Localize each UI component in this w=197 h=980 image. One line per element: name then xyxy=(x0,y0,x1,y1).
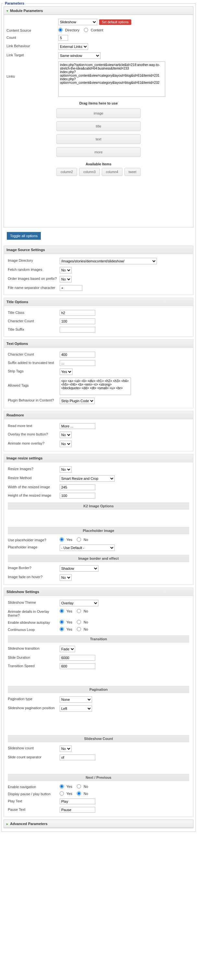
placeholder-image-header: Placeholder image xyxy=(8,527,189,534)
drag-area: Drag items here to use image title text … xyxy=(6,98,191,179)
title-char-input[interactable] xyxy=(59,318,95,324)
image-source-settings-header[interactable]: Image Source Settings xyxy=(4,246,193,254)
expand-icon: ▸ xyxy=(6,822,8,826)
slideshow-count-header: Slideshow Count xyxy=(8,735,189,742)
advanced-parameters-panel: ▸ Advanced Parameters xyxy=(3,819,194,828)
pp-no-radio[interactable] xyxy=(77,791,81,795)
allowed-tags-textarea[interactable]: <p> <a> <ul> <li> <div> <h1> <h2> <h3> <… xyxy=(59,377,131,395)
link-behaviour-label: Link Behaviour xyxy=(6,43,58,48)
readmore-panel: Readmore Read more text Overlay the more… xyxy=(3,411,194,451)
parameters-fieldset: Parameters ▾ Module Parameters Slideshow… xyxy=(1,1,196,832)
strip-tags-select[interactable]: Yes xyxy=(59,369,72,375)
fetch-random-select[interactable]: No xyxy=(59,267,72,274)
loop-yes-radio[interactable] xyxy=(59,627,64,631)
link-target-select[interactable]: Same window xyxy=(58,52,101,59)
filename-sep-input[interactable] xyxy=(59,285,82,291)
drag-title: Drag items here to use xyxy=(10,101,187,105)
title-options-header[interactable]: Title Options xyxy=(4,298,193,306)
next-prev-header: Next / Previous xyxy=(8,774,189,781)
set-default-options-button[interactable]: Set default options xyxy=(99,19,131,25)
link-behaviour-select[interactable]: External Links xyxy=(58,43,88,50)
image-directory-select[interactable]: /images/stories/democontent/slideshow/ xyxy=(59,258,157,264)
play-text-input[interactable] xyxy=(59,799,95,804)
transition-speed-input[interactable] xyxy=(59,663,95,669)
slideshow-count-select[interactable]: No xyxy=(59,745,72,752)
link-target-label: Link Target xyxy=(6,52,58,57)
image-border-select[interactable]: Shadow xyxy=(59,565,98,572)
text-options-header[interactable]: Text Options xyxy=(4,340,193,348)
slideshow-settings-header[interactable]: Slideshow Settings xyxy=(4,588,193,596)
text-char-input[interactable] xyxy=(59,352,95,358)
nav-no-radio[interactable] xyxy=(77,784,81,789)
avail-tweet[interactable]: tweet xyxy=(125,168,141,176)
readmore-text-input[interactable] xyxy=(59,423,95,429)
title-options-panel: Title Options Title Class Character Coun… xyxy=(3,298,194,337)
module-parameters-panel: ▾ Module Parameters Slideshow Set defaul… xyxy=(3,6,194,228)
resize-images-select[interactable]: No xyxy=(59,466,72,473)
slide-count-sep-input[interactable] xyxy=(59,754,95,760)
resize-height-input[interactable] xyxy=(59,493,95,499)
use-placeholder-yes-radio[interactable] xyxy=(59,538,64,542)
drag-slot-text[interactable]: text xyxy=(56,134,141,144)
plugin-behaviour-select[interactable]: Strip Plugin Code xyxy=(59,398,94,404)
order-prefix-select[interactable]: No xyxy=(59,276,72,282)
avail-title: Available Items xyxy=(10,162,187,166)
image-resize-header[interactable]: Image resize settings xyxy=(4,454,193,462)
count-label: Count xyxy=(6,35,58,40)
autoplay-no-radio[interactable] xyxy=(77,620,81,624)
drag-slot-more[interactable]: more xyxy=(56,147,141,157)
collapse-icon: ▾ xyxy=(6,9,8,13)
readmore-animate-select[interactable]: No xyxy=(59,441,72,447)
avail-column3[interactable]: column3 xyxy=(79,168,100,176)
links-label: Links xyxy=(6,62,58,78)
text-options-panel: Text Options Character Count Suffix adde… xyxy=(3,339,194,408)
avail-column2[interactable]: column2 xyxy=(56,168,77,176)
drag-slot-image[interactable]: image xyxy=(56,108,141,118)
border-effect-header: Image border and effect xyxy=(8,555,189,562)
content-source-directory-radio[interactable] xyxy=(58,28,62,32)
slide-duration-input[interactable] xyxy=(59,655,95,661)
resize-method-select[interactable]: Smart Resize and Crop xyxy=(59,475,115,482)
title-class-input[interactable] xyxy=(59,310,95,316)
advanced-parameters-title: Advanced Parameters xyxy=(10,822,48,826)
text-suffix-input[interactable] xyxy=(59,360,95,366)
content-source-label: Content Source xyxy=(6,28,58,32)
pp-yes-radio[interactable] xyxy=(59,791,64,795)
image-source-settings-panel: Image Source Settings Image Directory/im… xyxy=(3,245,194,295)
pagination-header: Pagination xyxy=(8,686,189,693)
placeholder-image-select[interactable]: - Use Default - xyxy=(59,544,115,551)
title-suffix-input[interactable] xyxy=(59,327,95,332)
slideshow-settings-panel: Slideshow Settings Slideshow ThemeOverla… xyxy=(3,587,194,817)
pagination-position-select[interactable]: Left xyxy=(59,705,92,712)
loop-no-radio[interactable] xyxy=(77,627,81,631)
links-textarea[interactable]: index.php?option=com_content&view=articl… xyxy=(58,62,165,97)
use-placeholder-no-radio[interactable] xyxy=(77,538,81,542)
slideshow-theme-select[interactable]: Overlay xyxy=(59,600,98,606)
image-fade-select[interactable]: No xyxy=(59,574,72,581)
drag-slot-title[interactable]: title xyxy=(56,121,141,131)
k2-options-header: K2 Image Options xyxy=(8,503,189,509)
content-source-content-radio[interactable] xyxy=(84,28,88,32)
nav-yes-radio[interactable] xyxy=(59,784,64,789)
resize-width-input[interactable] xyxy=(59,484,95,490)
readmore-header[interactable]: Readmore xyxy=(4,411,193,419)
readmore-overlay-select[interactable]: No xyxy=(59,431,72,438)
animate-overlay-no-radio[interactable] xyxy=(77,609,81,613)
module-type-select[interactable]: Slideshow xyxy=(58,19,97,25)
image-resize-panel: Image resize settings Resize Images?No R… xyxy=(3,454,194,585)
module-parameters-title: Module Parameters xyxy=(10,9,43,13)
avail-column4[interactable]: column4 xyxy=(102,168,122,176)
count-input[interactable] xyxy=(58,35,68,41)
parameters-legend: Parameters xyxy=(3,1,26,5)
advanced-parameters-header[interactable]: ▸ Advanced Parameters xyxy=(4,820,193,828)
pagination-type-select[interactable]: None xyxy=(59,696,92,703)
autoplay-yes-radio[interactable] xyxy=(59,620,64,624)
pause-text-input[interactable] xyxy=(59,807,95,813)
module-parameters-header[interactable]: ▾ Module Parameters xyxy=(4,7,193,15)
transition-header: Transition xyxy=(8,635,189,643)
transition-select[interactable]: Fade xyxy=(59,646,75,652)
animate-overlay-yes-radio[interactable] xyxy=(59,609,64,613)
toggle-all-options-button[interactable]: Toggle all options xyxy=(7,232,41,240)
